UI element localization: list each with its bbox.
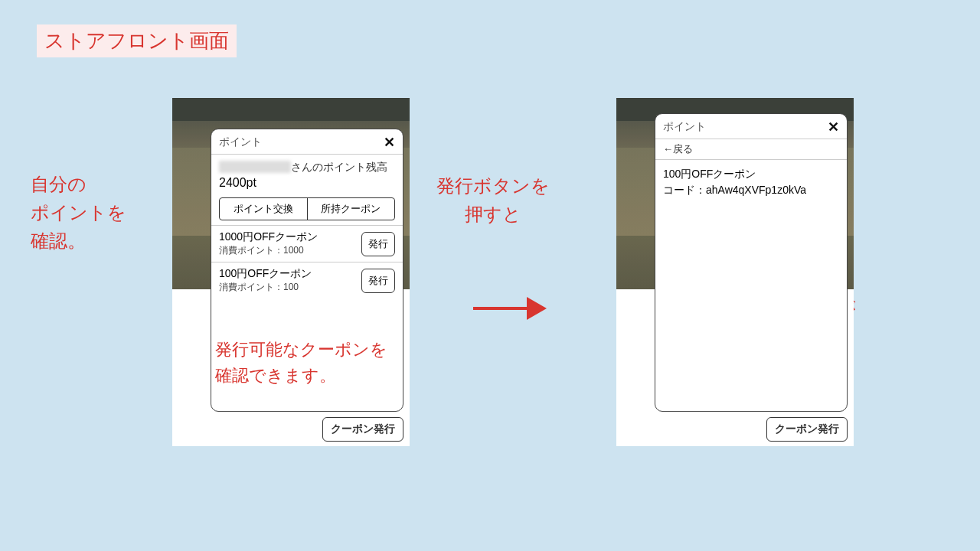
balance-points: 2400pt xyxy=(211,174,403,194)
storefront-screenshot-right: ポイント ✕ ←戻る 100円OFFクーポン コード：ahAw4qXVFp1z0… xyxy=(616,98,854,446)
storefront-screenshot-left: ポイント ✕ ShimodaKeikoさんのポイント残高 2400pt ポイント… xyxy=(172,98,410,446)
close-icon[interactable]: ✕ xyxy=(828,119,839,135)
code-label: コード： xyxy=(663,184,706,196)
coupon-title: 100円OFFクーポン xyxy=(219,267,312,281)
coupon-row: 100円OFFクーポン 消費ポイント：100 発行 xyxy=(211,262,403,298)
balance-suffix: さんのポイント残高 xyxy=(291,161,387,173)
coupon-code: ahAw4qXVFp1z0kVa xyxy=(706,184,806,196)
issue-button[interactable]: 発行 xyxy=(361,269,395,293)
back-button[interactable]: ←戻る xyxy=(655,139,847,160)
modal-title: ポイント xyxy=(663,120,706,134)
caption-available-coupons: 発行可能なクーポンを 確認できます。 xyxy=(215,337,387,389)
issued-coupon-block: 100円OFFクーポン コード：ahAw4qXVFp1z0kVa xyxy=(655,160,847,204)
modal-header: ポイント ✕ xyxy=(655,114,847,139)
points-modal: ポイント ✕ ←戻る 100円OFFクーポン コード：ahAw4qXVFp1z0… xyxy=(655,113,848,412)
tabs: ポイント交換 所持クーポン xyxy=(219,197,395,220)
coupon-issue-footer-button[interactable]: クーポン発行 xyxy=(766,417,848,442)
tab-owned-coupons[interactable]: 所持クーポン xyxy=(307,198,395,220)
coupon-cost: 消費ポイント：1000 xyxy=(219,244,318,257)
close-icon[interactable]: ✕ xyxy=(384,134,395,151)
coupon-cost: 消費ポイント：100 xyxy=(219,281,312,294)
coupon-row: 1000円OFFクーポン 消費ポイント：1000 発行 xyxy=(211,225,403,262)
modal-title: ポイント xyxy=(219,135,262,149)
tab-point-exchange[interactable]: ポイント交換 xyxy=(220,198,307,220)
coupon-title: 1000円OFFクーポン xyxy=(219,230,318,244)
arrow-right-icon xyxy=(473,297,550,320)
balance-owner-line: ShimodaKeikoさんのポイント残高 xyxy=(211,155,403,174)
issue-button[interactable]: 発行 xyxy=(361,232,395,256)
coupon-issue-footer-button[interactable]: クーポン発行 xyxy=(322,417,403,442)
caption-check-points: 自分の ポイントを 確認。 xyxy=(31,170,126,256)
page-title: ストアフロント画面 xyxy=(37,24,237,57)
customer-name-blurred: ShimodaKeiko xyxy=(219,161,291,173)
issued-coupon-title: 100円OFFクーポン xyxy=(663,166,839,182)
caption-press-issue: 発行ボタンを 押すと xyxy=(436,171,550,228)
modal-header: ポイント ✕ xyxy=(211,129,403,155)
